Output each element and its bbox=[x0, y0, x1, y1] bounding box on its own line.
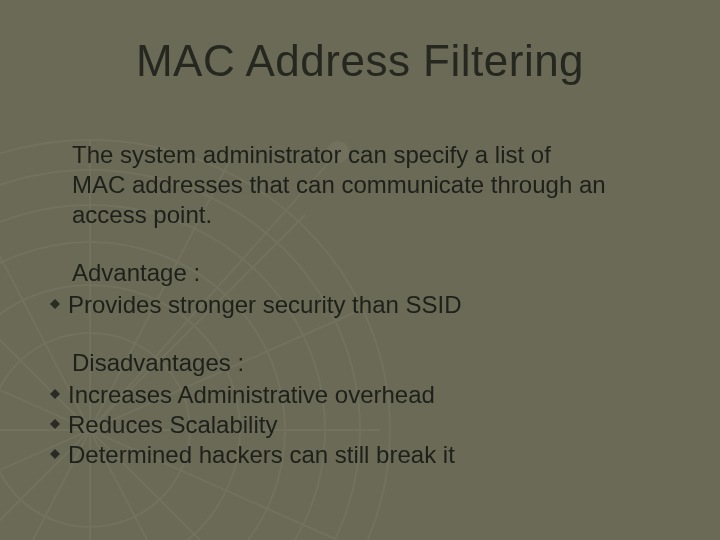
intro-paragraph: The system administrator can specify a l… bbox=[72, 140, 680, 230]
advantage-section: Advantage : Provides stronger security t… bbox=[72, 258, 680, 320]
list-item: Increases Administrative overhead bbox=[72, 380, 680, 410]
slide-title: MAC Address Filtering bbox=[0, 36, 720, 86]
svg-marker-21 bbox=[50, 449, 60, 459]
intro-line: access point. bbox=[72, 200, 680, 230]
svg-marker-19 bbox=[50, 389, 60, 399]
svg-marker-20 bbox=[50, 419, 60, 429]
diamond-bullet-icon bbox=[50, 299, 68, 309]
bullet-text: Increases Administrative overhead bbox=[68, 380, 680, 410]
bullet-text: Provides stronger security than SSID bbox=[68, 290, 680, 320]
diamond-bullet-icon bbox=[50, 419, 68, 429]
svg-marker-18 bbox=[50, 299, 60, 309]
intro-line: The system administrator can specify a l… bbox=[72, 140, 680, 170]
advantage-heading: Advantage : bbox=[72, 258, 680, 288]
intro-line: MAC addresses that can communicate throu… bbox=[72, 170, 680, 200]
bullet-text: Determined hackers can still break it bbox=[68, 440, 680, 470]
list-item: Provides stronger security than SSID bbox=[72, 290, 680, 320]
slide-body: The system administrator can specify a l… bbox=[72, 140, 680, 498]
disadvantages-heading: Disadvantages : bbox=[72, 348, 680, 378]
slide: MAC Address Filtering The system adminis… bbox=[0, 0, 720, 540]
diamond-bullet-icon bbox=[50, 449, 68, 459]
bullet-text: Reduces Scalability bbox=[68, 410, 680, 440]
list-item: Determined hackers can still break it bbox=[72, 440, 680, 470]
list-item: Reduces Scalability bbox=[72, 410, 680, 440]
disadvantages-section: Disadvantages : Increases Administrative… bbox=[72, 348, 680, 470]
diamond-bullet-icon bbox=[50, 389, 68, 399]
